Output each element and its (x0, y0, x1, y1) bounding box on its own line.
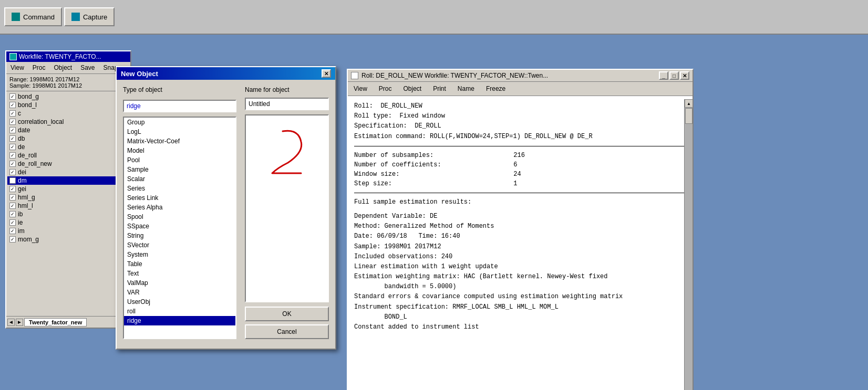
list-item-valmap[interactable]: ValMap (124, 278, 235, 288)
list-item-group[interactable]: Group (124, 118, 235, 127)
table-row: Window size: 24 (354, 170, 620, 179)
list-item-sample[interactable]: Sample (124, 165, 235, 174)
list-item-system[interactable]: System (124, 250, 235, 259)
dialog-close-button[interactable]: ✕ (322, 69, 331, 78)
type-label: Type of object (123, 86, 236, 93)
included-obs-line: Included observations: 240 (354, 252, 686, 262)
scroll-thumb[interactable] (685, 108, 693, 124)
workfile-info: Range: 1998M01 2017M12 Sample: 1998M01 2… (6, 74, 130, 91)
list-item-table[interactable]: Table (124, 259, 235, 269)
cancel-button[interactable]: Cancel (245, 324, 329, 339)
roll-menu: View Proc Object Print Name Freeze (348, 82, 693, 96)
stat-label: Window size: (354, 170, 513, 179)
list-item[interactable]: ✓ correlation_local (7, 118, 129, 126)
item-name: ib (18, 210, 23, 218)
list-item[interactable]: ✓ gei (7, 185, 129, 193)
list-item-string[interactable]: String (124, 231, 235, 240)
roll-menu-print[interactable]: Print (427, 83, 452, 94)
list-item[interactable]: ✓ bond_g (7, 92, 129, 101)
list-item[interactable]: ✓ mom_g (7, 235, 129, 244)
list-item-logl[interactable]: LogL (124, 127, 235, 136)
checkbox: ✓ (9, 119, 16, 125)
name-section: Name for object (245, 86, 329, 110)
roll-minimize-button[interactable]: _ (659, 71, 668, 80)
dep-variable: Dependent Variable: DE (354, 212, 686, 222)
wf-menu-view[interactable]: View (6, 63, 28, 72)
list-item[interactable]: ✓ ie (7, 218, 129, 227)
capture-button[interactable]: Capture (64, 7, 115, 26)
list-item-model[interactable]: Model (124, 146, 235, 155)
checkbox: ✓ (9, 127, 16, 133)
list-item[interactable]: ✓ date (7, 126, 129, 134)
list-item-sspace[interactable]: SSpace (124, 222, 235, 231)
tab-arrow-left[interactable]: ◄ (7, 319, 15, 326)
item-name: hml_l (18, 202, 33, 209)
list-item[interactable]: ✓ hml_g (7, 193, 129, 202)
item-name: dei (18, 168, 26, 176)
list-item[interactable]: ✓ c (7, 109, 129, 118)
list-item-series[interactable]: Series (124, 184, 235, 193)
roll-vscrollbar[interactable]: ▲ ▼ (684, 99, 693, 390)
roll-menu-object[interactable]: Object (397, 83, 427, 94)
wf-menu-object[interactable]: Object (49, 63, 76, 72)
item-name: hml_g (18, 194, 35, 201)
list-item-series-alpha[interactable]: Series Alpha (124, 203, 235, 212)
stat-value: 6 (513, 160, 619, 170)
roll-details: Dependent Variable: DE Method: Generaliz… (354, 212, 686, 332)
list-item-roll[interactable]: roll (124, 307, 235, 316)
list-item[interactable]: ✓ hml_l (7, 202, 129, 210)
checkbox: ✓ (9, 110, 16, 117)
capture-icon (71, 13, 80, 21)
est-weighting-line: Estimation weighting matrix: HAC (Bartle… (354, 272, 686, 282)
tab-twenty-factor[interactable]: Twenty_factor_new (24, 318, 87, 326)
list-item-pool[interactable]: Pool (124, 155, 235, 165)
list-item-var[interactable]: VAR (124, 288, 235, 297)
name-input[interactable] (245, 98, 329, 110)
ok-button[interactable]: OK (245, 307, 329, 321)
roll-close-button[interactable]: ✕ (680, 71, 689, 80)
stat-value: 24 (513, 170, 619, 179)
workfile-window: Workfile: TWENTY_FACTO... View Proc Obje… (5, 50, 131, 329)
type-search-input[interactable] (123, 100, 236, 112)
list-item[interactable]: ✓ de (7, 143, 129, 151)
list-item-dm[interactable]: ✓ dm (7, 176, 129, 185)
checkbox: ✓ (9, 219, 16, 226)
item-name: bond_g (18, 93, 39, 100)
list-item[interactable]: ✓ im (7, 227, 129, 235)
command-icon (12, 13, 20, 21)
constant-line: Constant added to instrument list (354, 322, 686, 332)
list-item[interactable]: ✓ de_roll (7, 151, 129, 160)
roll-menu-view[interactable]: View (348, 83, 373, 94)
wf-menu-save[interactable]: Save (76, 63, 99, 72)
dialog-title: New Object (121, 70, 158, 78)
list-item-ridge[interactable]: ridge (124, 316, 235, 325)
workfile-sample: Sample: 1998M01 2017M12 (9, 82, 127, 89)
roll-menu-freeze[interactable]: Freeze (480, 83, 511, 94)
list-item-series-link[interactable]: Series Link (124, 193, 235, 203)
workfile-tabs: ◄ ► Twenty_factor_new (6, 316, 130, 328)
command-button[interactable]: Command (4, 7, 62, 26)
item-name: de_roll_new (18, 160, 52, 167)
list-item[interactable]: ✓ bond_l (7, 101, 129, 109)
list-item[interactable]: ✓ dei (7, 168, 129, 176)
roll-name-line: Roll: DE_ROLL_NEW (354, 101, 686, 111)
item-name: mom_g (18, 236, 39, 243)
list-item-spool[interactable]: Spool (124, 212, 235, 222)
list-item[interactable]: ✓ ib (7, 210, 129, 218)
list-item[interactable]: ✓ db (7, 134, 129, 143)
list-item-svector[interactable]: SVector (124, 240, 235, 250)
list-item-userobj[interactable]: UserObj (124, 297, 235, 307)
tab-arrow-right[interactable]: ► (16, 319, 23, 326)
roll-menu-proc[interactable]: Proc (373, 83, 398, 94)
item-name: correlation_local (18, 118, 64, 125)
list-item-matrix[interactable]: Matrix-Vector-Coef (124, 136, 235, 146)
roll-menu-name[interactable]: Name (452, 83, 480, 94)
list-item[interactable]: ✓ de_roll_new (7, 160, 129, 168)
scroll-up-arrow[interactable]: ▲ (685, 99, 693, 108)
list-item-text[interactable]: Text (124, 269, 235, 278)
roll-maximize-button[interactable]: □ (669, 71, 679, 80)
list-item-scalar[interactable]: Scalar (124, 174, 235, 184)
type-listbox[interactable]: Group LogL Matrix-Vector-Coef Model Pool… (123, 117, 236, 339)
wf-menu-proc[interactable]: Proc (28, 63, 50, 72)
workfile-list: ✓ bond_g ✓ bond_l ✓ c ✓ correlation_loca… (6, 91, 130, 315)
